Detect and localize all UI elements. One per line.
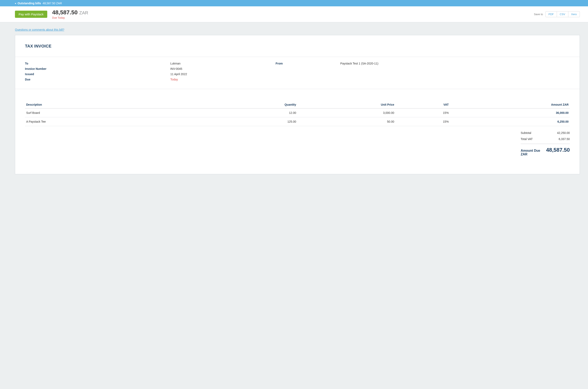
meta-issued-label: Issued	[25, 72, 170, 76]
totals-block: Subtotal 42,250.00 Total VAT 6,337.50 Am…	[25, 130, 570, 156]
outstanding-bills-link[interactable]: Outstanding bills	[18, 2, 41, 5]
meta-issued-value: 11 April 2022	[170, 72, 187, 76]
meta-due-label: Due	[25, 78, 170, 81]
col-amount: Amount ZAR	[450, 101, 570, 108]
total-vat-value: 6,337.50	[559, 137, 570, 141]
export-xero-button[interactable]: Xero	[568, 11, 580, 17]
total-vat-label: Total VAT	[521, 137, 533, 141]
export-pdf-button[interactable]: PDF	[545, 11, 557, 17]
cell-vat: 15%	[395, 108, 450, 117]
content-area: Questions or comments about this bill? T…	[0, 22, 588, 187]
cell-description: A Paystack Tee	[25, 117, 232, 126]
col-quantity: Quantity	[232, 101, 297, 108]
meta-from-value: Paystack Test 1 (SA-2020-11)	[340, 62, 570, 65]
meta-from-label: From	[276, 62, 340, 65]
amount-block: 48,587.50 ZAR Due Today	[52, 9, 88, 19]
top-bar: ◂ Outstanding bills 48,587.50 ZAR	[0, 0, 588, 6]
save-to-label: Save to	[534, 13, 543, 16]
questions-link[interactable]: Questions or comments about this bill?	[15, 28, 64, 31]
topbar-amount: 48,587.50 ZAR	[43, 2, 62, 5]
col-description: Description	[25, 101, 232, 108]
meta-to-value: Lukman	[170, 62, 180, 65]
export-button-group: PDF CSV Xero	[545, 11, 580, 17]
back-caret-icon[interactable]: ◂	[15, 2, 16, 5]
meta-number-label: Invoice Number	[25, 67, 170, 70]
cell-quantity: 12.00	[232, 108, 297, 117]
pay-with-paystack-button[interactable]: Pay with Paystack	[15, 11, 47, 18]
cell-unit-price: 3,000.00	[297, 108, 395, 117]
invoice-body: Description Quantity Unit Price VAT Amou…	[15, 89, 580, 173]
subtotal-value: 42,250.00	[557, 131, 570, 134]
amount-due-label: Amount Due ZAR	[521, 149, 546, 156]
meta-due-value: Today	[170, 78, 178, 81]
line-items-table: Description Quantity Unit Price VAT Amou…	[25, 101, 570, 126]
cell-description: Surf Board	[25, 108, 232, 117]
meta-to-label: To	[25, 62, 170, 65]
subtotal-label: Subtotal	[521, 131, 531, 134]
table-row: A Paystack Tee125.0050.0015%6,250.00	[25, 117, 570, 126]
cell-quantity: 125.00	[232, 117, 297, 126]
amount-currency: ZAR	[79, 10, 88, 15]
cell-amount: 6,250.00	[450, 117, 570, 126]
save-to-group: Save to PDF CSV Xero	[534, 11, 580, 17]
due-label: Due Today	[52, 16, 88, 19]
amount-due-value: 48,587.50	[546, 147, 570, 153]
cell-unit-price: 50.00	[297, 117, 395, 126]
amount-value: 48,587.50	[52, 9, 78, 16]
export-csv-button[interactable]: CSV	[557, 11, 568, 17]
table-row: Surf Board12.003,000.0015%36,000.00	[25, 108, 570, 117]
cell-vat: 15%	[395, 117, 450, 126]
cell-amount: 36,000.00	[450, 108, 570, 117]
meta-number-value: INV-0045	[170, 67, 182, 70]
col-vat: VAT	[395, 101, 450, 108]
invoice-title: TAX INVOICE	[25, 44, 570, 49]
action-bar: Pay with Paystack 48,587.50 ZAR Due Toda…	[0, 6, 588, 22]
invoice-meta: To Lukman Invoice Number INV-0045 Issued…	[15, 57, 580, 89]
invoice-card: TAX INVOICE To Lukman Invoice Number INV…	[15, 35, 580, 174]
col-unit-price: Unit Price	[297, 101, 395, 108]
